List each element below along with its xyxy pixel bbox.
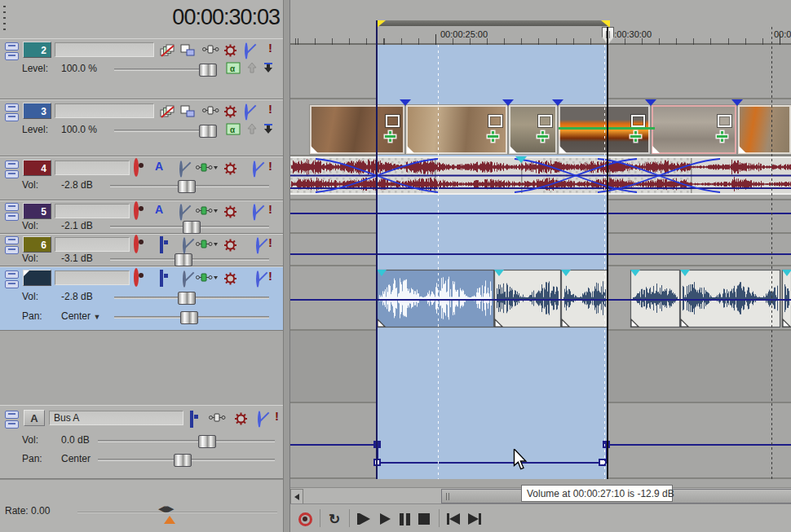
automation-a-icon[interactable]: A <box>155 160 163 173</box>
compositing-mode-icon[interactable] <box>160 105 175 118</box>
solo-icon[interactable]: ! <box>268 159 272 173</box>
track-header-2[interactable]: 2 ! Level: 100.0 % α <box>0 38 283 99</box>
event-pan-crop-icon[interactable] <box>538 115 552 127</box>
video-event[interactable] <box>651 104 737 155</box>
track-header-3[interactable]: 3 ! Level: 100.0 % α <box>0 99 283 156</box>
loop-end-marker-icon[interactable] <box>601 20 610 28</box>
volume-envelope-track5[interactable] <box>290 213 791 214</box>
pause-button[interactable] <box>395 509 414 529</box>
level-slider-thumb[interactable] <box>199 125 217 138</box>
event-pan-crop-icon[interactable] <box>718 115 731 127</box>
invert-phase-icon[interactable] <box>179 204 183 221</box>
make-compositing-parent-icon[interactable] <box>246 123 258 134</box>
track-height-buttons[interactable] <box>5 103 20 123</box>
solo-icon[interactable]: ! <box>268 41 272 55</box>
maximize-track-icon[interactable] <box>5 52 19 60</box>
record-button[interactable] <box>295 509 315 529</box>
timecode-display[interactable]: 00:00:30:03 <box>172 5 280 30</box>
bus-pan-slider[interactable] <box>98 459 275 461</box>
volume-slider[interactable] <box>110 258 269 261</box>
maximize-track-icon[interactable] <box>5 170 19 178</box>
fade-handle-icon[interactable] <box>407 146 414 153</box>
level-slider-thumb[interactable] <box>199 64 217 77</box>
video-event[interactable] <box>508 104 558 155</box>
bus-volume-slider[interactable] <box>98 440 275 442</box>
play-button[interactable] <box>375 509 395 529</box>
track-number[interactable]: 2 <box>23 42 51 58</box>
track-name-field[interactable] <box>55 103 154 118</box>
mute-icon[interactable] <box>256 270 259 288</box>
automation-settings-icon[interactable] <box>202 105 219 116</box>
track-name-field[interactable] <box>55 160 130 175</box>
event-pan-crop-icon[interactable] <box>488 115 502 127</box>
automation-gear-icon[interactable] <box>223 205 237 218</box>
make-compositing-child-icon[interactable] <box>263 62 274 73</box>
track-header-7[interactable]: ! Vol: -2.8 dB Pan: Center ▼ <box>0 266 283 331</box>
dock-grip-icon[interactable] <box>3 6 6 33</box>
track-lane-4[interactable] <box>290 156 791 200</box>
minimize-track-icon[interactable] <box>5 42 19 51</box>
mute-icon[interactable] <box>245 103 248 121</box>
fade-handle-icon[interactable] <box>510 146 517 153</box>
maximize-track-icon[interactable] <box>5 280 19 288</box>
automation-gear-icon[interactable] <box>223 162 237 175</box>
input-monitor-icon[interactable] <box>160 270 163 287</box>
parent-composite-icon[interactable] <box>180 44 195 56</box>
vol-value[interactable]: -2.8 dB <box>61 179 93 191</box>
event-fx-icon[interactable] <box>717 131 727 142</box>
audio-waveform-stereo[interactable] <box>290 156 791 200</box>
volume-envelope-track6[interactable] <box>290 253 791 255</box>
loop-region-bar[interactable] <box>377 20 610 26</box>
timeline-panel[interactable]: 00:00:25:00 00:00:30:00 00:00:35:00 <box>289 0 791 532</box>
track-fx-icon[interactable] <box>196 162 218 173</box>
automation-settings-icon[interactable] <box>202 44 219 55</box>
track-name-field[interactable] <box>55 237 130 252</box>
solo-icon[interactable]: ! <box>268 102 272 116</box>
event-pan-crop-icon[interactable] <box>631 115 645 127</box>
track-motion-icon[interactable]: α <box>226 123 241 135</box>
fade-handle-icon[interactable] <box>652 146 660 153</box>
track-number[interactable]: 6 <box>23 236 51 253</box>
vol-value[interactable]: 0.0 dB <box>61 434 90 446</box>
input-monitor-icon[interactable] <box>190 411 193 428</box>
go-to-start-button[interactable] <box>444 509 463 529</box>
automation-a-icon[interactable]: A <box>155 203 163 216</box>
minimize-track-icon[interactable] <box>5 203 19 211</box>
pan-dropdown-icon[interactable]: ▼ <box>93 313 100 321</box>
track-fx-icon[interactable] <box>196 272 218 283</box>
volume-slider-thumb[interactable] <box>183 221 201 234</box>
volume-slider[interactable] <box>110 226 269 228</box>
event-buttons[interactable] <box>538 115 553 142</box>
fade-handle-icon[interactable] <box>559 146 567 153</box>
vol-value[interactable]: -3.1 dB <box>61 253 93 264</box>
pan-slider-thumb[interactable] <box>180 311 198 324</box>
compositing-mode-icon[interactable] <box>160 44 175 57</box>
event-buttons[interactable] <box>488 115 503 142</box>
track-number[interactable]: 4 <box>23 160 51 176</box>
bus-volume-envelope[interactable] <box>377 462 608 464</box>
bus-pan-slider-thumb[interactable] <box>174 454 192 467</box>
volume-slider[interactable] <box>110 185 269 187</box>
track-name-field[interactable] <box>55 42 154 57</box>
pan-value[interactable]: Center <box>61 453 91 464</box>
playhead-cursor-line[interactable] <box>607 27 608 479</box>
scroll-left-button[interactable] <box>290 489 303 504</box>
track-header-6[interactable]: 6 ! Vol: -3.1 dB <box>0 234 283 266</box>
track-header-4[interactable]: 4 A ! Vol: -2.8 dB <box>0 156 283 200</box>
make-compositing-parent-icon[interactable] <box>246 62 258 73</box>
solo-icon[interactable]: ! <box>275 409 279 423</box>
level-value[interactable]: 100.0 % <box>61 63 97 74</box>
vol-value[interactable]: -2.8 dB <box>61 291 93 302</box>
volume-slider-thumb[interactable] <box>175 253 192 266</box>
vol-value[interactable]: -2.1 dB <box>61 220 93 231</box>
track-name-field[interactable] <box>55 204 130 218</box>
track-fx-icon[interactable] <box>196 205 218 216</box>
event-pan-crop-icon[interactable] <box>386 115 400 127</box>
bus-letter-button[interactable]: A <box>24 410 45 426</box>
audio-waveform-voice[interactable] <box>290 266 791 331</box>
level-value[interactable]: 100.0 % <box>61 124 97 135</box>
stop-button[interactable] <box>414 509 434 529</box>
automation-gear-icon[interactable] <box>234 412 248 425</box>
loop-start-marker-icon[interactable] <box>377 20 386 28</box>
minimize-track-icon[interactable] <box>5 270 19 279</box>
